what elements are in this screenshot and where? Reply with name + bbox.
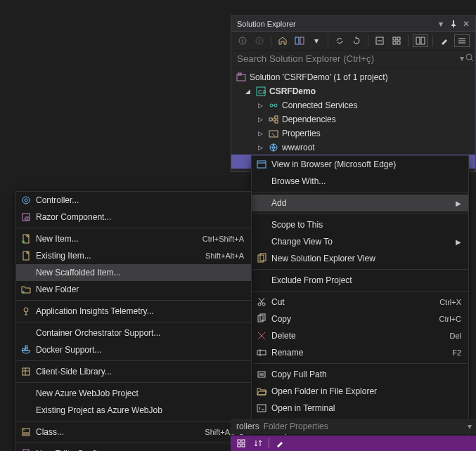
properties-header[interactable]: rollers Folder Properties ▾: [231, 419, 476, 434]
menu-item[interactable]: CopyCtrl+C: [252, 311, 468, 327]
svg-rect-63: [25, 346, 27, 348]
svg-rect-46: [258, 372, 265, 377]
expand-icon[interactable]: ▷: [258, 130, 265, 137]
razor-icon: @: [16, 212, 36, 222]
menu-item-shortcut: Ctrl+C: [439, 315, 461, 323]
dropdown-icon[interactable]: ▾: [468, 421, 476, 431]
project-node[interactable]: ◢ C# CSRFDemo: [231, 84, 475, 98]
menu-item[interactable]: Docker Support...: [16, 341, 251, 358]
menu-item-label: Scope to This: [271, 220, 461, 230]
menu-item[interactable]: Application Insights Telemetry...: [16, 303, 251, 320]
menu-item[interactable]: DeleteDel: [252, 327, 468, 344]
menu-item[interactable]: @Razor Component...: [16, 209, 251, 226]
menu-item[interactable]: New Solution Explorer View: [252, 250, 468, 267]
menu-item[interactable]: Change View To▶: [252, 233, 468, 250]
expand-icon[interactable]: ▷: [258, 116, 265, 123]
dropdown-icon[interactable]: ▾: [435, 18, 447, 30]
svg-text:C#: C#: [258, 89, 266, 96]
sort-icon[interactable]: [252, 437, 264, 450]
menu-item[interactable]: Class...Shift+Alt+C: [16, 424, 251, 440]
connected-icon: [268, 100, 279, 111]
menu-item[interactable]: Controller...: [16, 192, 251, 209]
menu-item-label: Open Folder in File Explorer: [271, 386, 461, 396]
menu-item[interactable]: CutCtrl+X: [252, 294, 468, 311]
rename-icon: [252, 348, 271, 358]
menu-item[interactable]: Exclude From Project: [252, 272, 468, 289]
collapse-icon[interactable]: [373, 34, 387, 48]
category-icon[interactable]: [235, 437, 247, 450]
menu-item-shortcut: F2: [452, 348, 461, 357]
preview-icon[interactable]: [413, 34, 428, 47]
svg-rect-3: [300, 37, 304, 44]
expand-icon[interactable]: ▷: [258, 144, 265, 151]
menu-item[interactable]: Client-Side Library...: [16, 363, 251, 380]
close-icon[interactable]: ✕: [460, 18, 472, 30]
properties-icon[interactable]: [437, 34, 451, 48]
wrench-icon[interactable]: [274, 437, 286, 450]
menu-item[interactable]: New EditorConfig: [16, 445, 251, 451]
menu-item[interactable]: New Folder: [16, 281, 251, 298]
filter-icon[interactable]: ▾: [309, 34, 323, 48]
switch-view-icon[interactable]: [292, 34, 307, 48]
refresh-icon[interactable]: [349, 34, 364, 48]
expand-icon[interactable]: ▷: [258, 102, 265, 109]
menu-item[interactable]: RenameF2: [252, 344, 468, 361]
expand-icon[interactable]: ◢: [245, 88, 252, 95]
menu-item[interactable]: New Scaffolded Item...: [16, 264, 251, 281]
svg-rect-32: [257, 161, 266, 168]
copy-icon: [252, 314, 271, 324]
forward-icon[interactable]: [252, 34, 266, 48]
sync-icon[interactable]: [333, 34, 347, 48]
dependencies-node[interactable]: ▷ Dependencies: [231, 112, 475, 126]
properties-type: Folder Properties: [264, 421, 328, 431]
menu-item-label: Controller...: [36, 195, 244, 205]
context-menu-add[interactable]: Controller...@Razor Component...New Item…: [15, 191, 252, 451]
search-input[interactable]: [231, 51, 475, 67]
menu-item[interactable]: New Item...Ctrl+Shift+A: [16, 230, 251, 247]
menu-item[interactable]: Open in Terminal: [252, 400, 468, 417]
svg-rect-73: [238, 440, 240, 443]
svg-rect-8: [393, 41, 396, 44]
menu-item[interactable]: View in Browser (Microsoft Edge): [252, 156, 468, 173]
home-icon[interactable]: [276, 34, 290, 48]
menu-item-label: Delete: [271, 331, 449, 341]
svg-rect-64: [22, 368, 30, 375]
menu-item[interactable]: Copy Full Path: [252, 366, 468, 383]
dependencies-icon: [268, 114, 279, 125]
menu-item[interactable]: Scope to This: [252, 216, 468, 233]
client-lib-icon: [16, 367, 36, 377]
menu-separator: [252, 291, 468, 292]
menu-item-label: Cut: [271, 297, 439, 307]
svg-line-28: [272, 119, 275, 122]
wwwroot-node[interactable]: ▷ wwwroot: [231, 140, 475, 155]
svg-point-50: [22, 197, 30, 204]
back-icon[interactable]: [236, 34, 250, 48]
pin-icon[interactable]: [447, 18, 460, 30]
menu-item[interactable]: Browse With...: [252, 173, 468, 190]
menu-item-label: Application Insights Telemetry...: [36, 306, 244, 316]
svg-line-27: [272, 117, 275, 119]
connected-services-node[interactable]: ▷ Connected Services: [231, 98, 475, 112]
search-dropdown-icon[interactable]: ▾: [460, 53, 464, 63]
svg-rect-25: [275, 116, 278, 119]
menu-item[interactable]: New Azure WebJob Project: [16, 385, 251, 402]
show-all-icon[interactable]: [390, 34, 404, 48]
panel-toolbar: ▾: [231, 32, 475, 51]
svg-rect-74: [242, 440, 245, 443]
search-icon[interactable]: [465, 53, 474, 64]
menu-item-shortcut: Shift+Alt+A: [205, 251, 244, 260]
class-icon: [16, 427, 36, 437]
solution-node[interactable]: Solution 'CSRFDemo' (1 of 1 project): [231, 70, 475, 84]
menu-item[interactable]: Open Folder in File Explorer: [252, 383, 468, 400]
svg-point-1: [256, 37, 263, 44]
properties-node[interactable]: ▷ Properties: [231, 126, 475, 140]
menu-item-label: New Azure WebJob Project: [36, 388, 244, 398]
menu-separator: [16, 228, 251, 228]
view-icon[interactable]: [454, 34, 470, 47]
menu-item[interactable]: Container Orchestrator Support...: [16, 325, 251, 341]
context-menu-primary[interactable]: View in Browser (Microsoft Edge)Browse W…: [251, 155, 469, 439]
menu-item[interactable]: Add▶: [252, 195, 468, 211]
menu-item[interactable]: Existing Project as Azure WebJob: [16, 402, 251, 419]
menu-separator: [252, 269, 468, 270]
menu-item[interactable]: Existing Item...Shift+Alt+A: [16, 247, 251, 264]
